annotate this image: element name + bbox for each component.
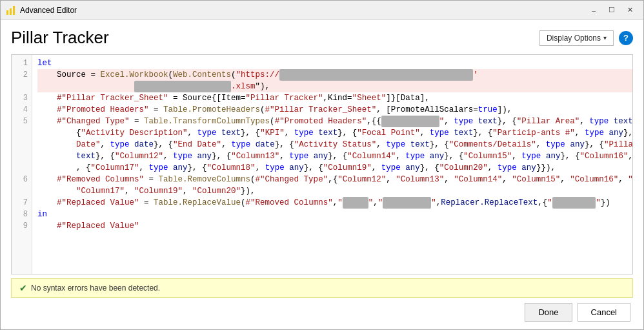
status-bar: ✔ No syntax errors have been detected. [11,278,633,298]
header-row: Pillar Tracker Display Options ? [11,28,633,48]
code-line-7: #"Replaced Value" = Table.ReplaceValue(#… [37,197,632,209]
minimize-button[interactable]: – [585,4,602,17]
svg-rect-2 [13,6,15,15]
code-line-1: let [37,57,632,69]
display-options-button[interactable]: Display Options [539,30,614,46]
title-bar-text: Advanced Editor [20,6,585,15]
code-line-5b: {"Activity Description", type text}, {"K… [37,127,632,139]
footer: Done Cancel [11,298,633,324]
done-button[interactable]: Done [525,303,572,322]
svg-rect-1 [10,8,12,15]
status-message: No syntax errors have been detected. [31,284,160,293]
advanced-editor-window: Advanced Editor – ☐ ✕ Pillar Tracker Dis… [0,0,644,330]
code-line-3: #"Pillar Tracker_Sheet" = Source{[Item="… [37,92,632,104]
code-line-5: #"Changed Type" = Table.TransformColumnT… [37,116,632,127]
page-title: Pillar Tracker [11,28,109,48]
check-icon: ✔ [19,283,27,293]
cancel-button[interactable]: Cancel [578,303,630,322]
code-line-2b: .xlsm"), [37,81,632,92]
code-line-9: #"Replaced Value" [37,220,632,232]
code-line-6: #"Removed Columns" = Table.RemoveColumns… [37,174,632,185]
help-button[interactable]: ? [619,31,633,45]
svg-rect-0 [6,10,8,15]
title-bar: Advanced Editor – ☐ ✕ [1,1,643,20]
code-line-4: #"Promoted Headers" = Table.PromoteHeade… [37,104,632,116]
content-area: Pillar Tracker Display Options ? 1 2 3 4… [1,20,643,329]
window-controls: – ☐ ✕ [585,4,638,17]
powerbi-icon [6,5,16,15]
editor-scroll[interactable]: 1 2 3 4 5 6 7 8 9 [12,55,632,274]
code-line-5d: text}, {"Column12", type any}, {"Column1… [37,150,632,162]
code-line-2: Source = Excel.Workbook(Web.Contents("ht… [37,69,632,81]
editor-container: 1 2 3 4 5 6 7 8 9 [11,54,633,274]
code-area[interactable]: let Source = Excel.Workbook(Web.Contents… [32,55,632,274]
close-button[interactable]: ✕ [621,4,638,17]
maximize-button[interactable]: ☐ [603,4,620,17]
header-right: Display Options ? [539,30,633,46]
line-numbers: 1 2 3 4 5 6 7 8 9 [12,55,32,274]
code-line-5e: , {"Column17", type any}, {"Column18", t… [37,162,632,174]
code-line-5c: Date", type date}, {"End Date", type dat… [37,139,632,150]
code-line-8: in [37,209,632,220]
code-line-6b: "Column17", "Column19", "Column20"}), [37,185,632,197]
